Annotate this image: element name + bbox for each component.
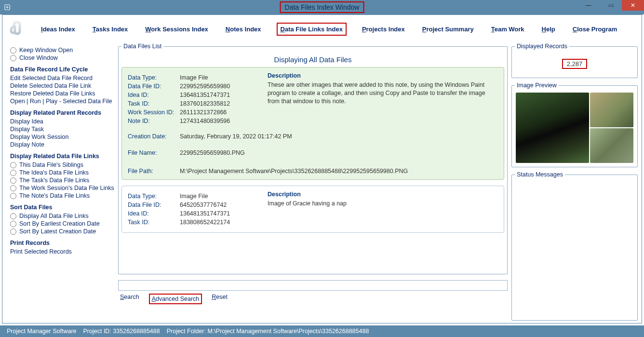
link-print-selected[interactable]: Print Selected Records: [10, 248, 114, 255]
sidebar: Keep Window Open Close Window Data File …: [2, 43, 118, 323]
radio-sort-earliest[interactable]: Sort By Earilest Creation Date: [10, 220, 114, 227]
menu-projects-index[interactable]: Projects Index: [360, 25, 407, 34]
link-display-work-session[interactable]: Display Work Session: [10, 134, 114, 140]
radio-ws-links[interactable]: The Work Session's Data File Links: [10, 185, 114, 191]
window-titlebar: Data Files Index Window — ▭ ✕: [0, 0, 644, 14]
maximize-button[interactable]: ▭: [600, 0, 622, 11]
statusbar: Project Manager Software Project ID: 335…: [0, 325, 644, 337]
window-title: Data Files Index Window: [280, 1, 364, 13]
record-description: Image of Gracie having a nap: [268, 200, 498, 208]
menu-data-file-links-index[interactable]: Data File Links Index: [277, 23, 347, 36]
search-input[interactable]: [118, 280, 508, 291]
link-display-task[interactable]: Display Task: [10, 126, 114, 133]
radio-task-links[interactable]: The Task's Data File Links: [10, 177, 114, 184]
link-edit-record[interactable]: Edit Selected Data File Record: [10, 75, 114, 81]
related-heading: Display Related Data File Links: [10, 153, 114, 160]
close-button[interactable]: ✕: [622, 0, 644, 11]
record-description: These are other images that were added t…: [268, 81, 498, 106]
displayed-records-count: 2,287: [562, 59, 588, 69]
image-preview-panel: Image Preview: [511, 82, 638, 167]
radio-sort-latest[interactable]: Sort By Latest Creation Date: [10, 228, 114, 235]
print-heading: Print Records: [10, 240, 114, 246]
minimize-button[interactable]: —: [577, 0, 600, 11]
radio-note-links[interactable]: The Note's Data File Links: [10, 192, 114, 199]
records-scroll-area[interactable]: Data Type:Image File Data File ID:229952…: [121, 67, 504, 271]
menu-ideas-index[interactable]: Ideas Index: [39, 25, 77, 34]
lifecycle-heading: Data File Record Life Cycle: [10, 66, 114, 73]
link-display-note[interactable]: Display Note: [10, 141, 114, 148]
logo-icon: [8, 20, 26, 38]
menu-notes-index[interactable]: Notes Index: [224, 25, 263, 34]
data-files-list-panel: Data Files List Displaying All Data File…: [118, 43, 508, 274]
menu-project-summary[interactable]: Project Summary: [420, 25, 476, 34]
menu-help[interactable]: Help: [540, 25, 557, 34]
sort-heading: Sort Data Files: [10, 204, 114, 211]
advanced-search-link[interactable]: Advanced Search: [149, 294, 202, 304]
menu-tasks-index[interactable]: Tasks Index: [91, 25, 130, 34]
statusbar-app-name: Project Manager Software: [7, 328, 77, 335]
radio-idea-links[interactable]: The Idea's Data File Links: [10, 169, 114, 176]
menu-close-program[interactable]: Close Program: [571, 25, 619, 34]
link-restore-links[interactable]: Restore Deleted Data File Links: [10, 90, 114, 97]
preview-image-thumb: [590, 128, 633, 163]
list-legend: Data Files List: [121, 43, 163, 50]
record-card[interactable]: Data Type:Image File Data File ID:645205…: [121, 186, 504, 233]
parents-heading: Display Related Parent Records: [10, 109, 114, 116]
radio-label: Close Window: [19, 54, 58, 61]
menu-team-work[interactable]: Team Work: [489, 25, 526, 34]
radio-close-window[interactable]: Close Window: [10, 54, 114, 61]
image-preview: [515, 92, 634, 164]
status-messages-panel: Status Messages: [511, 171, 638, 321]
reset-link[interactable]: Reset: [212, 294, 228, 304]
radio-keep-window-open[interactable]: Keep Window Open: [10, 47, 114, 54]
app-icon: [0, 0, 14, 14]
link-open-run-play[interactable]: Open | Run | Play - Selected Data File: [10, 98, 114, 105]
radio-display-all[interactable]: Display All Data File Links: [10, 213, 114, 219]
preview-image-main: [516, 93, 589, 163]
link-delete-link[interactable]: Delete Selected Data File Link: [10, 82, 114, 89]
list-heading: Displaying All Data Files: [121, 55, 504, 64]
search-link[interactable]: Search: [120, 294, 139, 304]
displayed-records-panel: Displayed Records 2,287: [511, 43, 638, 78]
statusbar-project-folder: Project Folder: M:\Project Management So…: [167, 328, 369, 335]
record-card[interactable]: Data Type:Image File Data File ID:229952…: [121, 67, 504, 180]
preview-image-thumb: [590, 93, 633, 127]
radio-siblings[interactable]: This Data File's Siblings: [10, 162, 114, 168]
link-display-idea[interactable]: Display Idea: [10, 118, 114, 125]
menubar: Ideas Index Tasks Index Work Sessions In…: [2, 15, 642, 43]
menu-work-sessions-index[interactable]: Work Sessions Index: [143, 25, 210, 34]
statusbar-project-id: Project ID: 33526268885488: [83, 328, 160, 335]
radio-label: Keep Window Open: [19, 47, 73, 54]
